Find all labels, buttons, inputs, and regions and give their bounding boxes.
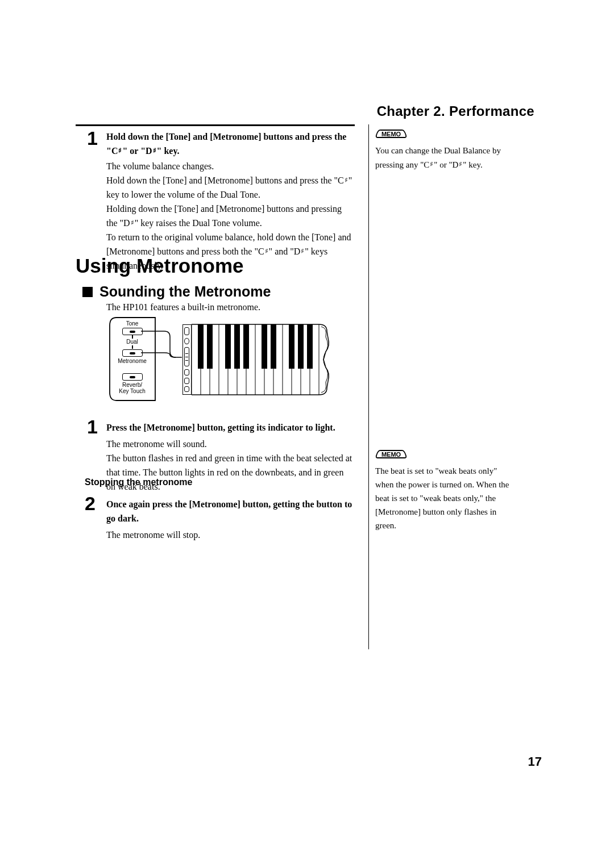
memo-icon: MEMO [375,128,407,140]
connector-lines-icon [106,316,185,407]
metronome-step-1-bold: Press the [Metronome] button, getting it… [106,423,335,432]
svg-rect-18 [207,324,213,369]
keyboard-icon [181,323,334,400]
step-number-2: 2 [85,493,96,515]
sharp-icon: ♯ [344,176,349,184]
memo-2: MEMO The beat is set to "weak beats only… [375,449,517,532]
svg-rect-19 [225,324,231,369]
step-number-1: 1 [87,127,98,149]
metronome-step-2: Once again press the [Metronome] button,… [106,497,354,542]
panel-keyboard-diagram: Tone Dual Metronome Reverb/ Key Touch [106,316,334,405]
memo-1: MEMO You can change the Dual Balance by … [375,128,517,172]
chapter-header: Chapter 2. Performance [377,103,534,119]
memo-1-text: You can change the Dual Balance by press… [375,144,517,172]
svg-rect-17 [198,324,204,369]
sharp-icon: ♯ [264,247,269,255]
column-divider [368,124,369,649]
step-1-p2: Hold down the [Tone] and [Metronome] but… [106,173,354,202]
memo-2-text: The beat is set to "weak beats only" whe… [375,464,517,532]
page: Chapter 2. Performance 1 Hold down the [… [0,0,614,868]
sharp-icon: ♯ [152,147,157,155]
step-1-instruction: Hold down the [Tone] and [Metronome] but… [106,132,346,156]
svg-text:MEMO: MEMO [381,451,401,458]
subhead-stopping: Stopping the metronome [85,477,192,487]
svg-rect-23 [271,324,276,369]
step-1-p1: The volume balance changes. [106,159,354,173]
memo-icon: MEMO [375,449,407,460]
svg-rect-25 [298,324,304,369]
svg-rect-22 [262,324,267,369]
bullet-square-icon [82,287,93,297]
metronome-step-2-p1: The metronome will stop. [106,528,354,542]
subheading-row: Sounding the Metronome [82,283,271,300]
intro-text: The HP101 features a built-in metronome. [106,300,354,314]
step-number-1b: 1 [87,416,98,438]
svg-text:MEMO: MEMO [381,131,401,137]
section-rule [76,124,355,126]
heading-using-metronome: Using Metronome [76,254,244,277]
svg-rect-24 [289,324,294,369]
keyboard [181,323,331,398]
metronome-step-1-p1: The metronome will sound. [106,437,354,451]
sharp-icon: ♯ [130,219,135,227]
page-number: 17 [528,754,542,769]
svg-rect-21 [243,324,249,369]
metronome-step-2-bold: Once again press the [Metronome] button,… [106,499,352,523]
svg-rect-26 [307,324,313,369]
step-1-body: Hold down the [Tone] and [Metronome] but… [106,130,354,273]
subheading-sounding-metronome: Sounding the Metronome [99,283,271,300]
svg-rect-20 [234,324,240,369]
step-1-p3: Holding down the [Tone] and [Metronome] … [106,202,354,230]
